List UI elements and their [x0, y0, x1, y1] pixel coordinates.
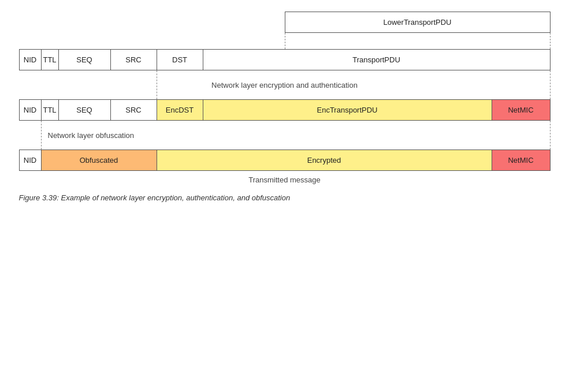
dashed-v-left-1: [157, 70, 157, 99]
field-src-1: SRC: [111, 50, 157, 70]
dashed-v-right-2: [550, 121, 551, 150]
field-ttl-1: TTL: [42, 50, 59, 70]
dashed-v-left-2: [41, 121, 42, 150]
field-seq-2: SEQ: [59, 100, 111, 120]
field-nid-3: NID: [20, 150, 42, 170]
encryption-label: Network layer encryption and authenticat…: [211, 81, 358, 89]
field-enctransport: EncTransportPDU: [203, 100, 492, 120]
lower-transport-box: LowerTransportPDU: [285, 12, 551, 33]
field-netmic-2: NetMIC: [492, 150, 550, 170]
diagram-container: LowerTransportPDU NID TTL SEQ SRC DST Tr…: [19, 12, 551, 202]
obfuscation-label: Network layer obfuscation: [48, 131, 135, 140]
row-transport-pdu: NID TTL SEQ SRC DST TransportPDU: [19, 49, 551, 70]
figure-caption: Figure 3.39: Example of network layer en…: [19, 193, 551, 202]
lower-transport-label: LowerTransportPDU: [383, 18, 451, 27]
dashed-connector-1: [19, 33, 551, 49]
field-src-2: SRC: [111, 100, 157, 120]
row-enc-fields: NID TTL SEQ SRC EncDST EncTransportPDU N…: [19, 99, 551, 121]
dashed-line-left-1: [285, 33, 285, 49]
field-encdst: EncDST: [157, 100, 203, 120]
field-obfuscated: Obfuscated: [42, 150, 157, 170]
field-encrypted: Encrypted: [157, 150, 492, 170]
field-nid-2: NID: [20, 100, 42, 120]
row-obfuscated: NID Obfuscated Encrypted NetMIC: [19, 150, 551, 171]
transmitted-label: Transmitted message: [19, 176, 551, 184]
dashed-v-right-1: [550, 70, 551, 99]
field-netmic-1: NetMIC: [492, 100, 550, 120]
field-transport-pdu: TransportPDU: [203, 50, 550, 70]
field-ttl-2: TTL: [42, 100, 59, 120]
encryption-spacing-row: Network layer encryption and authenticat…: [19, 70, 551, 99]
obfuscation-spacing-row: Network layer obfuscation: [19, 121, 551, 150]
dashed-line-right-1: [550, 33, 551, 49]
field-dst-1: DST: [157, 50, 203, 70]
field-nid-1: NID: [20, 50, 42, 70]
field-seq-1: SEQ: [59, 50, 111, 70]
lower-transport-row: LowerTransportPDU: [19, 12, 551, 33]
